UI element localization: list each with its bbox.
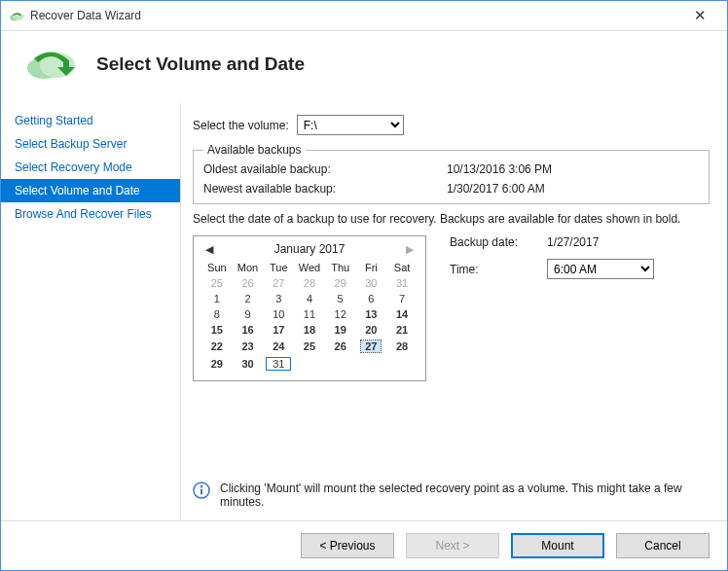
- calendar-day[interactable]: 10: [263, 306, 294, 322]
- calendar-day[interactable]: 14: [386, 306, 418, 322]
- window-title: Recover Data Wizard: [30, 9, 680, 22]
- titlebar: Recover Data Wizard ✕: [1, 1, 727, 30]
- previous-button[interactable]: < Previous: [301, 533, 394, 558]
- calendar-day[interactable]: 17: [263, 322, 294, 338]
- calendar-day[interactable]: 12: [325, 306, 356, 322]
- calendar-day[interactable]: 1: [201, 291, 233, 306]
- calendar-day[interactable]: 29: [201, 355, 233, 373]
- cancel-button[interactable]: Cancel: [616, 533, 710, 558]
- calendar-prev-icon[interactable]: ◀: [205, 243, 213, 256]
- volume-select[interactable]: F:\: [297, 115, 404, 135]
- app-cloud-icon: [9, 9, 24, 22]
- calendar-day: 26: [233, 275, 264, 291]
- calendar-dow: Mon: [233, 260, 264, 275]
- step-getting-started[interactable]: Getting Started: [1, 109, 180, 132]
- calendar-day[interactable]: 2: [233, 291, 264, 306]
- calendar-day[interactable]: 30: [233, 355, 264, 373]
- info-message: Clicking 'Mount' will mount the selected…: [193, 476, 710, 520]
- calendar-day: 25: [201, 275, 233, 291]
- calendar-day[interactable]: 26: [325, 338, 356, 355]
- calendar-day[interactable]: 28: [386, 338, 418, 355]
- calendar-day[interactable]: 22: [201, 338, 233, 355]
- calendar-day[interactable]: 3: [263, 291, 294, 306]
- page-title: Select Volume and Date: [96, 54, 305, 75]
- wizard-header: Select Volume and Date: [1, 31, 727, 103]
- svg-point-5: [200, 485, 202, 487]
- calendar-dow: Sat: [386, 260, 418, 275]
- calendar-day[interactable]: 5: [325, 291, 356, 306]
- calendar-day[interactable]: 4: [294, 291, 325, 306]
- calendar-dow: Wed: [294, 260, 325, 275]
- calendar-next-icon: ▶: [406, 243, 414, 256]
- calendar-day: 27: [263, 275, 294, 291]
- calendar-day[interactable]: 21: [386, 322, 418, 338]
- calendar-day: [325, 355, 356, 373]
- close-button[interactable]: ✕: [680, 7, 719, 24]
- calendar-day[interactable]: 25: [294, 338, 325, 355]
- step-select-backup-server[interactable]: Select Backup Server: [1, 132, 180, 156]
- backup-date-label: Backup date:: [450, 235, 547, 249]
- calendar-day[interactable]: 7: [386, 291, 418, 306]
- calendar-day: [294, 355, 325, 373]
- calendar-day[interactable]: 31: [263, 355, 294, 373]
- calendar-day: 30: [356, 275, 387, 291]
- step-select-volume-and-date[interactable]: Select Volume and Date: [1, 179, 180, 202]
- calendar-day: 28: [294, 275, 325, 291]
- calendar-day[interactable]: 16: [233, 322, 264, 338]
- calendar-day[interactable]: 15: [201, 322, 233, 338]
- calendar-grid: SunMonTueWedThuFriSat 252627282930311234…: [201, 260, 418, 373]
- main-panel: Select the volume: F:\ Available backups…: [181, 103, 727, 520]
- calendar-day: [386, 355, 418, 373]
- calendar-day[interactable]: 19: [325, 322, 356, 338]
- calendar-month-label: January 2017: [274, 242, 346, 256]
- calendar-day[interactable]: 20: [356, 322, 387, 338]
- wizard-steps-sidebar: Getting Started Select Backup Server Sel…: [1, 103, 181, 520]
- oldest-backup-label: Oldest available backup:: [203, 162, 447, 176]
- calendar-day[interactable]: 24: [263, 338, 294, 355]
- info-icon: [193, 482, 210, 502]
- time-select[interactable]: 6:00 AM: [547, 259, 654, 279]
- calendar-day[interactable]: 13: [356, 306, 387, 322]
- next-button: Next >: [406, 533, 499, 558]
- newest-backup-label: Newest available backup:: [203, 182, 447, 196]
- wizard-footer: < Previous Next > Mount Cancel: [1, 520, 727, 570]
- calendar-dow: Sun: [201, 260, 233, 275]
- calendar-day: [356, 355, 387, 373]
- cloud-restore-icon: [24, 43, 79, 86]
- step-select-recovery-mode[interactable]: Select Recovery Mode: [1, 156, 180, 179]
- volume-label: Select the volume:: [193, 119, 289, 132]
- available-backups-group: Available backups Oldest available backu…: [193, 143, 710, 204]
- calendar-day[interactable]: 8: [201, 306, 233, 322]
- calendar-dow: Tue: [263, 260, 294, 275]
- newest-backup-value: 1/30/2017 6:00 AM: [447, 182, 545, 196]
- calendar-day[interactable]: 18: [294, 322, 325, 338]
- recover-data-wizard-window: Recover Data Wizard ✕ Select Volume and …: [0, 0, 728, 571]
- backup-calendar[interactable]: ◀ January 2017 ▶ SunMonTueWedThuFriSat 2…: [193, 235, 426, 381]
- calendar-dow: Thu: [325, 260, 356, 275]
- mount-button[interactable]: Mount: [511, 533, 604, 558]
- time-label: Time:: [450, 263, 547, 276]
- calendar-dow: Fri: [356, 260, 387, 275]
- calendar-day[interactable]: 23: [233, 338, 264, 355]
- calendar-day[interactable]: 6: [356, 291, 387, 306]
- calendar-day[interactable]: 9: [233, 306, 264, 322]
- calendar-day: 31: [386, 275, 418, 291]
- svg-rect-6: [200, 489, 202, 495]
- calendar-day: 29: [325, 275, 356, 291]
- available-backups-legend: Available backups: [203, 143, 306, 157]
- backup-date-value: 1/27/2017: [547, 235, 599, 249]
- step-browse-and-recover[interactable]: Browse And Recover Files: [1, 202, 180, 226]
- info-text: Clicking 'Mount' will mount the selected…: [220, 482, 710, 509]
- calendar-day[interactable]: 27: [356, 338, 387, 355]
- calendar-day[interactable]: 11: [294, 306, 325, 322]
- oldest-backup-value: 10/13/2016 3:06 PM: [447, 162, 552, 176]
- instructions-text: Select the date of a backup to use for r…: [193, 212, 710, 226]
